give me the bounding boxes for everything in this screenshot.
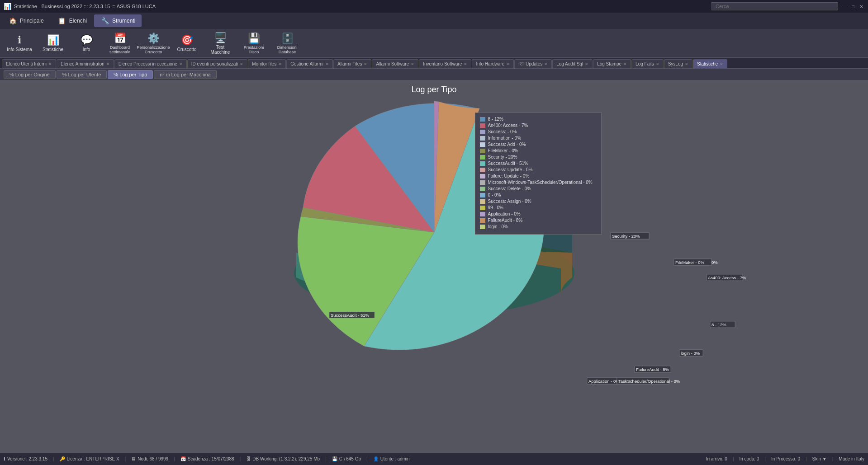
tab-close-inv-sw[interactable]: ✕ [464, 62, 467, 66]
tab-gestione-allarmi[interactable]: Gestione Allarmi✕ [286, 59, 333, 68]
legend-color-swatch [480, 225, 485, 229]
tab-allarmi-files[interactable]: Allarmi Files✕ [333, 59, 371, 68]
legend-item: FailureAudit - 8% [480, 218, 597, 223]
legend-item: Microsoft-Windows-TaskScheduler/Operatio… [480, 180, 597, 185]
tab-rt-updates[interactable]: RT Updates✕ [514, 59, 552, 68]
legend-item: FileMaker - 0% [480, 148, 597, 153]
legend-color-swatch [480, 174, 485, 178]
cruscotto-icon: 🎯 [181, 34, 193, 46]
tab-close-gestione[interactable]: ✕ [325, 62, 329, 66]
tab-elenco-amministratori[interactable]: Elenco Amministratori✕ [57, 59, 114, 68]
legend-item-label: Information - 0% [488, 136, 521, 141]
main-content: Log per Tipo [0, 80, 868, 452]
tab-close-id-eventi[interactable]: ✕ [240, 62, 243, 66]
elenchi-icon: 📋 [57, 16, 66, 25]
search-input[interactable] [711, 2, 838, 10]
status-version: ℹ Versione : 2.23.3.15 [4, 456, 47, 461]
legend-color-swatch [480, 193, 485, 197]
legend-item: Success: Update - 0% [480, 167, 597, 172]
menu-principale[interactable]: 🏠 Principale [2, 14, 50, 27]
as400-label: As400: Access - 7% [708, 275, 746, 280]
info-sistema-label: Info Sistema [7, 47, 32, 52]
tab-close-log-stampe[interactable]: ✕ [623, 62, 627, 66]
legend-item-label: Security - 20% [488, 155, 517, 160]
subtab-log-macchina[interactable]: n° di Log per Macchina [154, 70, 217, 79]
toolbar-info-sistema[interactable]: ℹ Info Sistema [4, 30, 35, 56]
legend-color-swatch [480, 212, 485, 216]
toolbar-personalizzazione[interactable]: ⚙️ Personalizzazione Cruscotto [138, 30, 169, 56]
tab-inventario-software[interactable]: Inventario Software✕ [419, 59, 471, 68]
legend-items: 8 - 12%As400: Access - 7%Success: - 0%In… [480, 117, 597, 229]
menu-elenchi[interactable]: 📋 Elenchi [51, 14, 93, 27]
tab-close-statistiche[interactable]: ✕ [720, 62, 723, 66]
legend-item: SuccessAudit - 51% [480, 161, 597, 166]
tab-allarmi-software[interactable]: Allarmi Software✕ [372, 59, 418, 68]
filemaker-label: FileMaker - 0% [675, 260, 704, 265]
legend-item: As400: Access - 7% [480, 123, 597, 128]
chart-area: Log per Tipo [0, 80, 868, 452]
toolbar-test-macchine[interactable]: 🖥️ Test Macchine [204, 30, 236, 56]
close-button[interactable]: ✕ [858, 3, 864, 9]
tab-close-elenco-utenti[interactable]: ✕ [48, 62, 52, 66]
skin-text[interactable]: Skin ▼ [812, 456, 827, 461]
menu-strumenti[interactable]: 🔧 Strumenti [94, 14, 142, 27]
legend-color-swatch [480, 117, 485, 122]
tab-info-hardware[interactable]: Info Hardware✕ [472, 59, 514, 68]
legend-item: 99 - 0% [480, 205, 597, 210]
status-skin[interactable]: Skin ▼ [812, 456, 827, 461]
tab-elenco-utenti[interactable]: Elenco Utenti Interni✕ [2, 59, 56, 68]
titlebar: 📊 Statistiche - BusinessLog 2022 ::: 2.2… [0, 0, 868, 13]
legend-color-swatch [480, 218, 485, 223]
subtab-log-origine[interactable]: % Log per Origine [4, 70, 56, 79]
subtab-log-tipo[interactable]: % Log per Tipo [108, 70, 153, 79]
tab-id-eventi[interactable]: ID eventi personalizzati✕ [187, 59, 247, 68]
test-macchine-label: Test Macchine [206, 45, 234, 55]
toolbar-cruscotto[interactable]: 🎯 Cruscotto [171, 30, 203, 56]
tab-close-monitor[interactable]: ✕ [278, 62, 282, 66]
tab-close-elenco-amm[interactable]: ✕ [106, 62, 110, 66]
legend-item-label: As400: Access - 7% [488, 123, 528, 128]
status-db: 🗄 DB Working: (1.3.2.2): 229,25 Mb [246, 456, 320, 461]
toolbar-statistiche[interactable]: 📊 Statistiche [37, 30, 69, 56]
tab-close-info-hw[interactable]: ✕ [506, 62, 510, 66]
expiry-icon: 📅 [180, 456, 186, 461]
tab-log-stampe[interactable]: Log Stampe✕ [593, 59, 631, 68]
legend-item-label: Failure: Update - 0% [488, 174, 530, 178]
tab-close-allarmi-files[interactable]: ✕ [364, 62, 367, 66]
tab-close-log-audit[interactable]: ✕ [585, 62, 588, 66]
legend-item: Success: Delete - 0% [480, 186, 597, 191]
successaudit-label: SuccessAudit - 51% [331, 313, 370, 318]
legend-color-swatch [480, 161, 485, 166]
tab-close-log-fails[interactable]: ✕ [656, 62, 659, 66]
legend-item: Success: Assign - 0% [480, 199, 597, 204]
tab-elenco-processi[interactable]: Elenco Processi in eccezione✕ [114, 59, 187, 68]
minimize-button[interactable]: — [842, 3, 848, 9]
login-label: login - 0% [681, 351, 700, 356]
license-icon: 🔑 [60, 456, 65, 461]
toolbar-prestazioni-disco[interactable]: 💾 Prestazioni Disco [238, 30, 270, 56]
legend-item-label: Success: Assign - 0% [488, 199, 531, 204]
tab-syslog[interactable]: SysLog✕ [664, 59, 693, 68]
subtab-log-utente[interactable]: % Log per Utente [57, 70, 107, 79]
maximize-button[interactable]: □ [850, 3, 856, 9]
legend-item-label: FailureAudit - 8% [488, 218, 523, 223]
tab-close-allarmi-sw[interactable]: ✕ [411, 62, 414, 66]
personalizzazione-icon: ⚙️ [147, 33, 160, 44]
toolbar-info[interactable]: 💬 Info [71, 30, 102, 56]
toolbar-dashboard[interactable]: 📅 Dashboard settimanale [104, 30, 136, 56]
tab-log-audit-sql[interactable]: Log Audit Sql✕ [552, 59, 593, 68]
tab-log-fails[interactable]: Log Fails✕ [631, 59, 664, 68]
status-expiry: 📅 Scadenza : 15/07/2388 [180, 456, 234, 461]
toolbar-dimensioni-db[interactable]: 🗄️ Dimensioni Database [271, 30, 303, 56]
version-icon: ℹ [4, 456, 5, 461]
tab-close-rt-updates[interactable]: ✕ [544, 62, 548, 66]
legend-color-swatch [480, 130, 485, 134]
tab-close-processi[interactable]: ✕ [179, 62, 183, 66]
failure-audit-label: FailureAudit - 8% [636, 367, 669, 372]
incoming-text: In arrivo: 0 [706, 456, 727, 461]
legend-color-swatch [480, 136, 485, 141]
tab-monitor-files[interactable]: Monitor files✕ [248, 59, 286, 68]
tab-close-syslog[interactable]: ✕ [685, 62, 688, 66]
legend-item-label: Application - 0% [488, 211, 521, 216]
tab-statistiche[interactable]: Statistiche✕ [693, 59, 727, 68]
